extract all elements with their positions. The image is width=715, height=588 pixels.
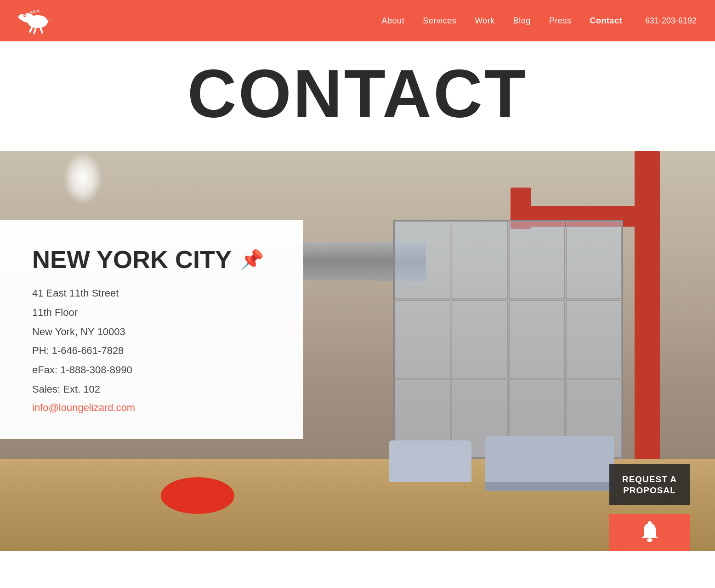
office-phone: PH: 1-646-661-7828 [32,341,276,360]
pin-icon: 📌 [240,248,264,271]
logo-area[interactable] [18,6,55,36]
header-phone[interactable]: 631-203-6192 [645,16,697,26]
nav-services[interactable]: Services [423,16,456,26]
glass-panel [452,300,507,378]
glass-panel [395,300,450,378]
page-title-section: CONTACT [0,41,715,151]
office-sales: Sales: Ext. 102 [32,380,276,399]
glass-panel [395,221,450,299]
office-section: NEW YORK CITY 📌 41 East 11th Street 11th… [0,151,715,551]
nav-work[interactable]: Work [475,16,495,26]
info-card: NEW YORK CITY 📌 41 East 11th Street 11th… [0,220,303,439]
address-line2: 11th Floor [32,303,276,322]
nav-blog[interactable]: Blog [513,16,531,26]
address-line1: 41 East 11th Street [32,284,276,303]
office-email[interactable]: info@loungelizard.com [32,402,276,414]
nav-press[interactable]: Press [549,16,572,26]
glass-panel [566,300,622,378]
glass-wall [393,220,623,459]
logo-icon [18,6,55,36]
address-line3: New York, NY 10003 [32,322,276,342]
svg-rect-6 [648,521,652,524]
sofa-right [485,436,614,482]
nav-about[interactable]: About [382,16,405,26]
page-title: CONTACT [187,60,528,128]
svg-point-5 [647,538,653,542]
site-header: About Services Work Blog Press Contact 6… [0,0,715,41]
glass-panel [452,221,507,299]
ottoman [161,477,234,514]
city-title-row: NEW YORK CITY 📌 [32,245,276,274]
glass-panel [509,221,565,299]
city-name: NEW YORK CITY [32,245,232,274]
request-line1: REQUEST A [622,474,677,484]
glass-panel [566,221,622,299]
nav-contact[interactable]: Contact [590,16,622,26]
sofa-left [389,440,471,482]
bell-icon [638,520,662,544]
main-nav: About Services Work Blog Press Contact 6… [382,16,697,26]
office-efax: eFax: 1-888-308-8990 [32,360,276,380]
glass-panel [509,300,565,378]
svg-point-4 [24,15,26,16]
request-line2: PROPOSAL [623,485,676,495]
bell-button[interactable] [609,514,690,551]
request-proposal-button[interactable]: REQUEST A PROPOSAL [609,464,690,505]
